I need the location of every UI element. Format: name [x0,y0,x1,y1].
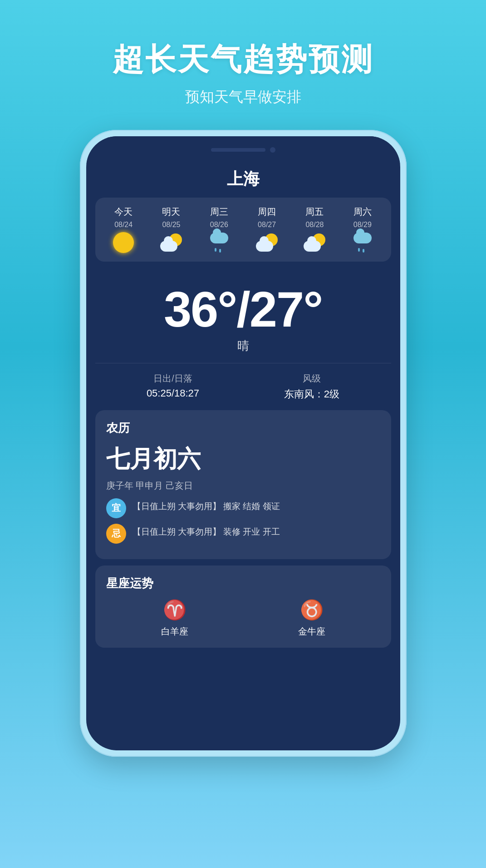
phone-mockup: 上海 今天 08/24 明天 08/25 [0,130,486,757]
ji-text: 【日值上朔 大事勿用】 装修 开业 开工 [133,524,280,539]
sunrise-label: 日出/日落 [147,372,199,385]
forecast-day-2: 明天 08/25 [160,206,182,253]
partly-cloudy-icon-2 [256,233,278,252]
day-label-1: 今天 [114,206,133,218]
weather-meta: 日出/日落 05:25/18:27 风级 东南风：2级 [95,363,391,410]
forecast-day-5: 周五 08/28 [304,206,325,253]
weather-icon-2 [160,232,182,253]
sunrise-value: 05:25/18:27 [147,387,199,399]
horoscope-icon-2: ♉ [300,599,324,621]
temperature-display: 36°/27° 晴 [95,271,391,358]
day-label-3: 周三 [210,206,228,218]
screen-content: 上海 今天 08/24 明天 08/25 [86,164,400,654]
weather-condition: 晴 [95,338,391,354]
cloudy-rain-icon [352,233,373,253]
city-name: 上海 [95,164,391,198]
horoscope-name-1: 白羊座 [161,625,188,638]
page-subtitle: 预知天气早做安排 [0,87,486,107]
day-date-6: 08/29 [353,221,372,229]
notch-area [86,136,400,164]
partly-cloudy-icon-3 [304,233,325,252]
sun-icon [113,232,134,253]
header: 超长天气趋势预测 预知天气早做安排 [0,0,486,130]
horoscope-icon-1: ♈ [163,599,187,621]
forecast-day-4: 周四 08/27 [256,206,278,253]
forecast-day-1: 今天 08/24 [113,206,134,253]
day-label-6: 周六 [353,206,372,218]
day-label-2: 明天 [162,206,180,218]
horoscope-section: 星座运势 ♈ 白羊座 ♉ 金牛座 [95,565,391,648]
lunar-detail: 庚子年 甲申月 己亥日 [106,480,380,492]
day-label-5: 周五 [305,206,324,218]
weather-icon-4 [256,232,278,253]
horoscope-name-2: 金牛座 [298,625,325,638]
weather-icon-3 [208,232,230,253]
weather-icon-6 [352,232,373,253]
phone-frame: 上海 今天 08/24 明天 08/25 [80,130,407,757]
horoscope-title: 星座运势 [106,575,380,591]
wind-meta: 风级 东南风：2级 [284,372,339,401]
weather-icon-1 [113,232,134,253]
calendar-section: 农历 七月初六 庚子年 甲申月 己亥日 宜 【日值上朔 大事勿用】 搬家 结婚 … [95,410,391,559]
horoscope-row: ♈ 白羊座 ♉ 金牛座 [106,599,380,638]
sunrise-meta: 日出/日落 05:25/18:27 [147,372,199,401]
calendar-title: 农历 [106,420,380,436]
page-title: 超长天气趋势预测 [0,41,486,78]
horoscope-item-1: ♈ 白羊座 [161,599,188,638]
yi-badge: 宜 [106,498,126,518]
cloud-rain-icon [208,233,230,253]
weather-icon-5 [304,232,325,253]
phone-screen: 上海 今天 08/24 明天 08/25 [86,136,400,750]
horoscope-item-2: ♉ 金牛座 [298,599,325,638]
day-date-2: 08/25 [162,221,180,229]
weekly-forecast: 今天 08/24 明天 08/25 [95,198,391,262]
day-date-4: 08/27 [258,221,276,229]
partly-cloudy-icon [160,233,182,252]
ji-badge: 忌 [106,524,126,544]
temperature-value: 36°/27° [95,284,391,334]
notch-bar [211,148,265,152]
lunar-date: 七月初六 [106,443,380,475]
yi-text: 【日值上朔 大事勿用】 搬家 结婚 领证 [133,498,280,513]
day-date-3: 08/26 [210,221,228,229]
yi-row: 宜 【日值上朔 大事勿用】 搬家 结婚 领证 [106,498,380,518]
forecast-day-6: 周六 08/29 [352,206,373,253]
wind-label: 风级 [284,372,339,385]
day-date-5: 08/28 [305,221,324,229]
forecast-day-3: 周三 08/26 [208,206,230,253]
day-label-4: 周四 [258,206,276,218]
day-date-1: 08/24 [114,221,133,229]
wind-value: 东南风：2级 [284,387,339,401]
notch-dot [270,147,275,153]
ji-row: 忌 【日值上朔 大事勿用】 装修 开业 开工 [106,524,380,544]
